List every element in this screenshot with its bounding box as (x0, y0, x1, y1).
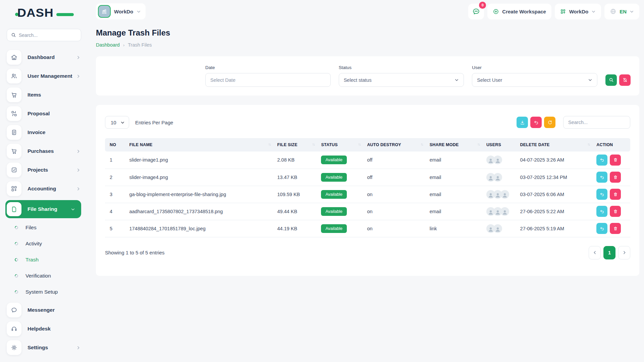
cell-auto-destroy: on (364, 186, 426, 203)
cell-delete-date: 27-06-2025 5:19 AM (517, 220, 593, 237)
pagination-page-1[interactable]: 1 (603, 246, 615, 259)
chevron-down-icon (120, 120, 125, 125)
pagination-prev-button[interactable] (589, 246, 601, 259)
breadcrumb: Dashboard › Trash Files (96, 42, 639, 48)
language-selector[interactable]: EN (604, 4, 639, 19)
sidebar-item-label: User Management (28, 73, 72, 79)
restore-file-button[interactable] (596, 155, 607, 166)
sidebar-item-proposal[interactable]: Proposal (7, 106, 88, 121)
cell-file-size: 44.19 KB (274, 220, 318, 237)
row-actions (596, 206, 627, 217)
workflow-icon (7, 106, 21, 121)
table-header-row: NO FILE NAME↑↓ FILE SIZE↑↓ STATUS↑↓ AUTO… (105, 138, 630, 152)
col-header-auto-destroy[interactable]: AUTO DESTROY↑↓ (364, 138, 426, 152)
sidebar-search-input[interactable] (19, 33, 77, 38)
app-logo[interactable]: DASH (18, 6, 65, 21)
avatar (500, 207, 509, 216)
export-button[interactable] (517, 117, 528, 128)
restore-all-button[interactable] (530, 117, 542, 128)
row-actions (596, 223, 627, 234)
globe-icon (610, 8, 616, 15)
status-select[interactable]: Select status (339, 73, 464, 87)
user-avatars (486, 224, 514, 233)
delete-file-button[interactable] (610, 206, 621, 217)
table-toolbar: 10 Entries Per Page (105, 116, 630, 129)
col-header-file-size[interactable]: FILE SIZE↑↓ (274, 138, 318, 152)
user-select[interactable]: Select User (472, 73, 597, 87)
apply-filter-button[interactable] (605, 74, 617, 86)
undo-icon (534, 120, 539, 125)
submenu-item-trash[interactable]: Trash (7, 254, 88, 265)
breadcrumb-dashboard-link[interactable]: Dashboard (96, 42, 120, 48)
sidebar-item-items[interactable]: Items (7, 87, 88, 102)
sidebar-item-file-sharing[interactable]: File Sharing (5, 200, 81, 218)
table-row: 5 1748840284_1701851789_loc.jpeg 44.19 K… (105, 220, 630, 237)
cell-share-mode: email (426, 203, 483, 220)
date-picker[interactable] (205, 73, 331, 87)
sidebar-item-label: File Sharing (28, 206, 57, 212)
cell-auto-destroy: off (364, 169, 426, 186)
messages-button[interactable]: 0 (468, 4, 484, 19)
sidebar-item-user-management[interactable]: User Management (7, 69, 88, 83)
submenu-item-system-setup[interactable]: System Setup (7, 287, 88, 297)
create-workspace-button[interactable]: Create Workspace (487, 4, 551, 19)
sidebar-item-purchases[interactable]: Purchases (7, 144, 88, 159)
col-header-share-mode[interactable]: SHARE MODE↑↓ (426, 138, 483, 152)
submenu-item-files[interactable]: Files (7, 222, 88, 233)
cell-file-name: slider-image4.png (126, 169, 274, 186)
chevron-right-icon (76, 149, 80, 154)
table-search-input[interactable] (568, 120, 625, 125)
table-row: 1 slider-image1.png 2.08 KB Available of… (105, 152, 630, 169)
col-header-file-name[interactable]: FILE NAME↑↓ (126, 138, 274, 152)
table-search[interactable] (563, 116, 630, 129)
refresh-button[interactable] (544, 117, 555, 128)
status-label: Status (339, 65, 464, 70)
reset-filter-button[interactable] (619, 74, 631, 86)
restore-file-button[interactable] (596, 223, 607, 234)
cell-file-name: aadharcard_1735807802_1737348518.png (126, 203, 274, 220)
restore-file-button[interactable] (596, 172, 607, 183)
main-content: WorkDo 0 Create Workspace WorkDo (88, 0, 644, 362)
submenu-item-verification[interactable]: Verification (7, 270, 88, 281)
status-filter-group: Status Select status (339, 65, 464, 87)
sidebar-item-settings[interactable]: Settings (7, 340, 88, 355)
bullet-icon (14, 225, 19, 230)
workspace-selector[interactable]: WorkDo (96, 3, 146, 19)
page-size-select[interactable]: 10 (105, 116, 129, 129)
date-label: Date (205, 65, 331, 70)
bullet-icon (14, 274, 19, 278)
sidebar-item-invoice[interactable]: Invoice (7, 125, 88, 140)
pagination-next-button[interactable] (618, 246, 630, 259)
col-header-status[interactable]: STATUS↑↓ (318, 138, 364, 152)
col-header-delete-date[interactable]: DELETE DATE↑↓ (517, 138, 593, 152)
cell-file-size: 49.44 KB (274, 203, 318, 220)
page-size-value: 10 (111, 120, 116, 125)
delete-file-button[interactable] (610, 155, 621, 166)
cell-share-mode: link (426, 220, 483, 237)
sidebar-item-dashboard[interactable]: Dashboard (7, 50, 88, 65)
sidebar-item-messenger[interactable]: Messenger (7, 303, 88, 317)
delete-file-button[interactable] (610, 189, 621, 200)
submenu-item-activity[interactable]: Activity (7, 238, 88, 249)
undo-icon (600, 226, 604, 231)
sidebar-item-projects[interactable]: Projects (7, 163, 88, 177)
delete-file-button[interactable] (610, 172, 621, 183)
top-header: WorkDo 0 Create Workspace WorkDo (96, 0, 639, 19)
submenu-item-label: System Setup (25, 289, 58, 295)
restore-file-button[interactable] (596, 189, 607, 200)
restore-file-button[interactable] (596, 206, 607, 217)
chat-bubble-icon (7, 303, 21, 317)
sidebar-item-accounting[interactable]: Accounting (7, 181, 88, 196)
row-actions (596, 155, 627, 166)
sort-icon: ↑↓ (358, 142, 360, 146)
check-square-icon (7, 163, 21, 177)
sidebar-item-helpdesk[interactable]: Helpdesk (7, 321, 88, 336)
logo-text: DASH (17, 6, 53, 19)
workdo-menu-button[interactable]: WorkDo (555, 4, 601, 19)
delete-file-button[interactable] (610, 223, 621, 234)
refresh-icon (547, 120, 552, 125)
home-icon (7, 50, 21, 65)
status-select-value: Select status (344, 77, 372, 83)
sidebar-search[interactable] (7, 29, 81, 41)
date-input[interactable] (210, 77, 326, 83)
